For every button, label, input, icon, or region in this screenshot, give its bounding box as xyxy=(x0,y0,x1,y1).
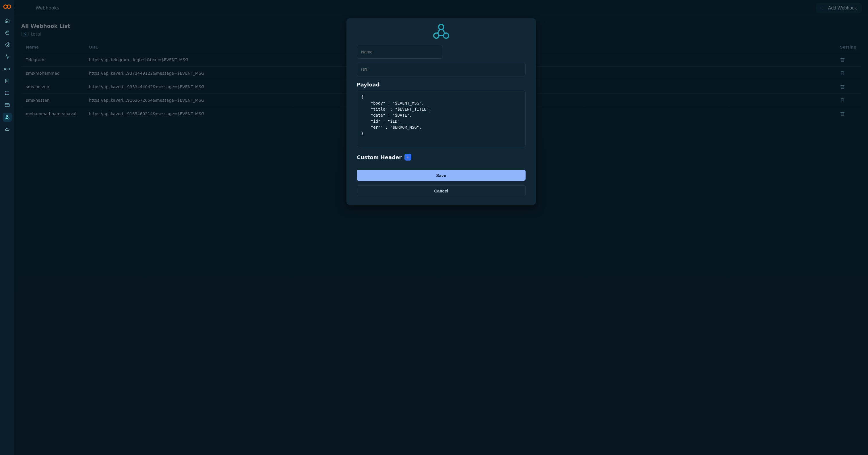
svg-point-3 xyxy=(5,92,6,92)
save-button[interactable]: Save xyxy=(357,170,526,181)
nav-gesture[interactable] xyxy=(3,28,12,37)
svg-point-16 xyxy=(434,33,439,38)
nav-plugins[interactable] xyxy=(3,40,12,49)
cloud-icon xyxy=(5,127,10,132)
nav-cloud-sync[interactable] xyxy=(3,125,12,134)
nav-lists[interactable] xyxy=(3,88,12,98)
svg-rect-6 xyxy=(5,104,9,107)
list-icon xyxy=(5,90,10,96)
building-icon xyxy=(5,78,10,84)
card-icon xyxy=(5,103,10,108)
nav-organization[interactable] xyxy=(3,77,12,86)
add-header-button[interactable] xyxy=(404,154,411,161)
nav-webhooks[interactable] xyxy=(3,113,12,122)
svg-point-18 xyxy=(439,24,444,30)
svg-point-0 xyxy=(4,5,7,8)
activity-icon xyxy=(5,54,10,59)
add-webhook-dialog: Payload Custom Header Save Cancel xyxy=(346,19,536,205)
home-icon xyxy=(5,18,10,23)
svg-point-5 xyxy=(5,94,6,95)
brand-logo xyxy=(3,2,11,10)
nav-api[interactable]: API xyxy=(3,64,12,74)
webhook-hero-icon xyxy=(432,22,451,40)
nav-home[interactable] xyxy=(3,16,12,25)
nav-billing[interactable] xyxy=(3,101,12,110)
name-input[interactable] xyxy=(357,45,443,59)
hand-icon xyxy=(5,30,10,35)
svg-rect-2 xyxy=(5,79,9,83)
svg-point-8 xyxy=(8,118,9,119)
dialog-hero xyxy=(357,22,526,40)
modal-overlay[interactable]: Payload Custom Header Save Cancel xyxy=(14,0,868,455)
payload-textarea[interactable] xyxy=(357,90,526,147)
plus-icon xyxy=(406,155,410,159)
svg-point-9 xyxy=(6,115,8,117)
svg-point-7 xyxy=(5,118,7,119)
svg-point-1 xyxy=(7,5,11,8)
payload-label: Payload xyxy=(357,82,526,88)
cancel-button[interactable]: Cancel xyxy=(357,185,526,196)
svg-point-17 xyxy=(443,33,448,38)
url-input[interactable] xyxy=(357,63,526,77)
svg-point-4 xyxy=(5,93,6,93)
custom-header-label: Custom Header xyxy=(357,154,402,160)
puzzle-icon xyxy=(5,42,10,48)
sidebar-nav: API xyxy=(3,16,12,134)
sidebar: API xyxy=(0,0,14,455)
nav-activity[interactable] xyxy=(3,52,12,61)
api-label: API xyxy=(4,67,10,71)
webhook-icon xyxy=(5,115,10,120)
